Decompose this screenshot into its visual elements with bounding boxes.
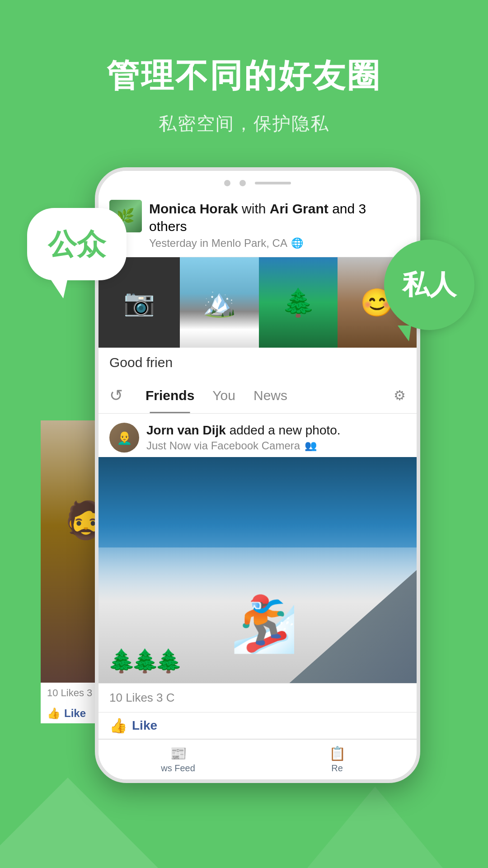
main-title: 管理不同的好友圈 <box>0 54 488 98</box>
forest-photo[interactable] <box>259 257 338 348</box>
private-label: 私人 <box>402 267 456 303</box>
phone-top-bar <box>99 171 417 191</box>
tab-you[interactable]: You <box>203 377 244 413</box>
friends-icon: 👥 <box>305 440 317 452</box>
news-feed-icon: 📰 <box>170 745 187 761</box>
phone-frame: Monica Horak with Ari Grant and 3 others… <box>95 167 420 783</box>
feed-time: Just Now via Facebook Camera 👥 <box>146 439 406 452</box>
top-section: 管理不同的好友圈 私密空间，保护隐私 <box>0 0 488 163</box>
background-decoration <box>0 778 488 868</box>
globe-icon: 🌐 <box>291 237 303 249</box>
tab-news[interactable]: News <box>244 377 296 413</box>
bottom-news-feed[interactable]: 📰 ws Feed <box>99 745 258 774</box>
feed-item-header: 👨‍🦲 Jorn van Dijk added a new photo. Jus… <box>99 414 417 457</box>
feed-meta: Jorn van Dijk added a new photo. Just No… <box>146 423 406 452</box>
bottom-re[interactable]: 📋 Re <box>258 745 417 774</box>
tab-friends[interactable]: Friends <box>136 377 203 413</box>
snowboard-photo: 🌲🌲🌲 🏂 <box>99 457 417 683</box>
like-button[interactable]: 👍 Like <box>109 717 157 734</box>
phone-area: 公众 私人 10 Likes 3 C 👍 Like Monica Hor <box>41 167 447 783</box>
tabs-bar: ↺ Friends You News ⚙ <box>99 377 417 414</box>
trees-decoration: 🌲🌲🌲 <box>108 648 178 674</box>
phone-dot-2 <box>239 180 246 186</box>
post-meta: Monica Horak with Ari Grant and 3 others… <box>149 200 406 250</box>
likes-bar: 10 Likes 3 C <box>99 683 417 712</box>
sub-title: 私密空间，保护隐私 <box>0 111 488 136</box>
thumbs-up-icon: 👍 <box>109 717 127 734</box>
phone-dot <box>224 180 230 186</box>
re-icon: 📋 <box>329 745 346 761</box>
settings-icon[interactable]: ⚙ <box>394 387 406 403</box>
public-bubble: 公众 <box>27 208 127 280</box>
feed-item: 👨‍🦲 Jorn van Dijk added a new photo. Jus… <box>99 414 417 739</box>
phone-home-bar <box>255 182 291 184</box>
refresh-button[interactable]: ↺ <box>109 386 123 405</box>
camera-icon: 📷 <box>123 288 155 317</box>
hiker-photo[interactable] <box>180 257 259 348</box>
thumb-icon: 👍 <box>47 707 61 720</box>
good-friends-text: Good frien <box>99 348 417 377</box>
public-label: 公众 <box>48 225 106 264</box>
snowboarder-figure: 🏂 <box>230 592 298 656</box>
private-bubble: 私人 <box>384 240 474 330</box>
photo-strip: 📷 <box>99 257 417 348</box>
post-location: Yesterday in Menlo Park, CA 🌐 <box>149 237 406 250</box>
post-header: Monica Horak with Ari Grant and 3 others… <box>99 191 417 257</box>
post-author: Monica Horak with Ari Grant and 3 others <box>149 200 406 235</box>
bottom-nav-bar: 📰 ws Feed 📋 Re <box>99 739 417 779</box>
action-bar: 👍 Like <box>99 712 417 739</box>
feed-author: Jorn van Dijk added a new photo. <box>146 423 406 438</box>
feed-avatar: 👨‍🦲 <box>109 423 139 453</box>
